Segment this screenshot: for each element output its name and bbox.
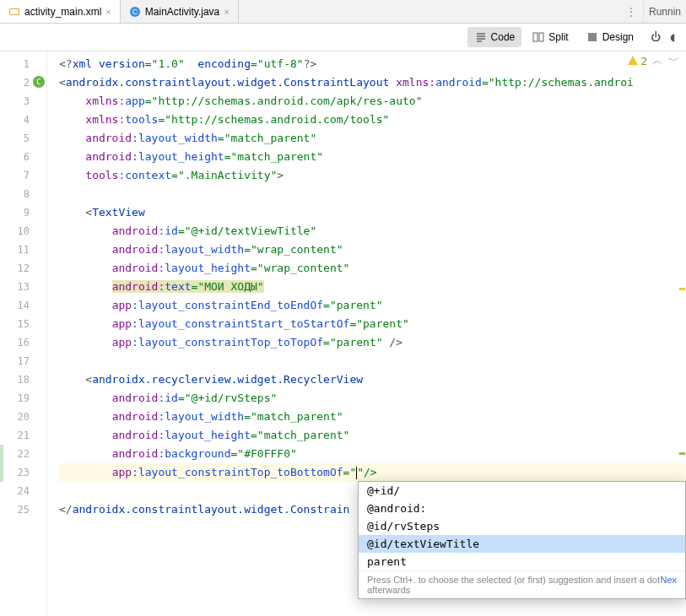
autocomplete-item[interactable]: @+id/ [359,482,685,500]
java-class-icon: C [129,6,141,18]
warning-badge[interactable]: 2 [627,55,647,68]
line-number: 19 [0,389,46,408]
volume-icon[interactable]: ◖ [666,30,679,44]
autocomplete-hint: Press Ctrl+. to choose the selected (or … [359,570,685,598]
line-number: 10 [0,222,46,240]
code-line [59,352,686,370]
code-line: xmlns:tools="http://schemas.android.com/… [59,111,686,129]
line-number: 7 [0,166,46,185]
svg-rect-4 [533,33,537,41]
more-menu-icon[interactable]: ⋮ [626,6,643,18]
class-gutter-icon[interactable]: C [33,76,45,88]
autocomplete-next-link[interactable]: Nex [660,575,677,595]
code-line: android:layout_width="wrap_content" [59,240,686,259]
code-line: <androidx.constraintlayout.widget.Constr… [59,73,686,92]
line-number: 8 [0,185,46,203]
view-toolbar: Code Split Design ⏻ ◖ [0,24,686,51]
line-number: 11 [0,240,46,259]
line-number: 25 [0,500,46,519]
code-line: android:layout_height="wrap_content" [59,259,686,278]
split-icon [532,30,545,44]
view-mode-design[interactable]: Design [579,27,640,47]
code-line: tools:context=".MainActivity"> [59,166,686,185]
line-number: 15 [0,315,46,333]
autocomplete-item[interactable]: @id/rvSteps [359,517,685,535]
tab-activity-main[interactable]: activity_main.xml × [0,0,121,23]
code-icon [474,30,488,44]
line-number: 14 [0,296,46,315]
view-label: Design [602,31,634,43]
view-label: Code [491,31,516,43]
code-line: <TextView [59,203,686,222]
editor-tabs: activity_main.xml × C MainActivity.java … [0,0,686,24]
gutter: 1 2C 3 4 5 6 7 8 9 10 11 12 13 14 15 16 … [0,51,47,616]
line-number: 24 [0,482,46,500]
tab-main-activity[interactable]: C MainActivity.java × [121,0,239,23]
inspection-widget: 2 ︿ ﹀ [627,53,679,68]
code-line: <?xml version="1.0" encoding="utf-8"?> [59,55,686,73]
code-line-current: app:layout_constraintTop_toBottomOf=""/> [59,463,686,482]
autocomplete-popup: @+id/ @android: @id/rvSteps @id/textView… [358,481,686,599]
tab-label: activity_main.xml [24,6,101,18]
line-number: 13 [0,278,46,296]
code-line [59,185,686,203]
code-line: android:layout_width="match_parent" [59,129,686,148]
code-line: android:background="#F0FFF0" [59,445,686,463]
line-number: 23 [0,463,46,482]
line-number: 17 [0,352,46,370]
svg-rect-5 [539,33,543,41]
code-line: xmlns:app="http://schemas.android.com/ap… [59,92,686,111]
svg-rect-1 [10,9,19,14]
line-number: 22 [0,445,46,463]
power-icon[interactable]: ⏻ [649,30,662,44]
right-panel-label: Runnin [643,1,686,23]
svg-rect-6 [588,33,597,41]
chevron-up-icon[interactable]: ︿ [652,53,663,68]
code-line: app:layout_constraintEnd_toEndOf="parent… [59,296,686,315]
code-line: android:layout_width="match_parent" [59,408,686,426]
code-line: app:layout_constraintStart_toStartOf="pa… [59,315,686,333]
xml-file-icon [8,6,20,18]
code-line: android:layout_height="match_parent" [59,148,686,166]
code-line: <androidx.recyclerview.widget.RecyclerVi… [59,370,686,389]
autocomplete-item[interactable]: @android: [359,500,685,517]
line-number: 9 [0,203,46,222]
line-number: 18 [0,370,46,389]
code-line: app:layout_constraintTop_toTopOf="parent… [59,333,686,352]
code-line: android:layout_height="match_parent" [59,426,686,445]
svg-text:C: C [132,8,138,16]
autocomplete-item-selected[interactable]: @id/textViewTitle [359,535,685,553]
design-icon [586,30,599,44]
line-number: 12 [0,259,46,278]
line-number: 3 [0,92,46,111]
warning-count: 2 [640,55,647,68]
autocomplete-item[interactable]: parent [359,553,685,570]
view-mode-code[interactable]: Code [467,27,522,47]
line-number: 4 [0,111,46,129]
line-number: 20 [0,408,46,426]
line-number: 2C [0,73,46,92]
line-number: 5 [0,129,46,148]
code-line: android:id="@+id/rvSteps" [59,389,686,408]
line-number: 16 [0,333,46,352]
line-number: 1 [0,55,46,73]
tab-label: MainActivity.java [145,6,219,18]
code-line: android:text="МОИ ХОДЫ" [59,278,686,296]
close-icon[interactable]: × [224,7,229,17]
line-number: 6 [0,148,46,166]
code-line: android:id="@+id/textViewTitle" [59,222,686,240]
view-mode-split[interactable]: Split [525,27,575,47]
view-label: Split [548,31,568,43]
close-icon[interactable]: × [105,7,111,17]
line-number: 21 [0,426,46,445]
